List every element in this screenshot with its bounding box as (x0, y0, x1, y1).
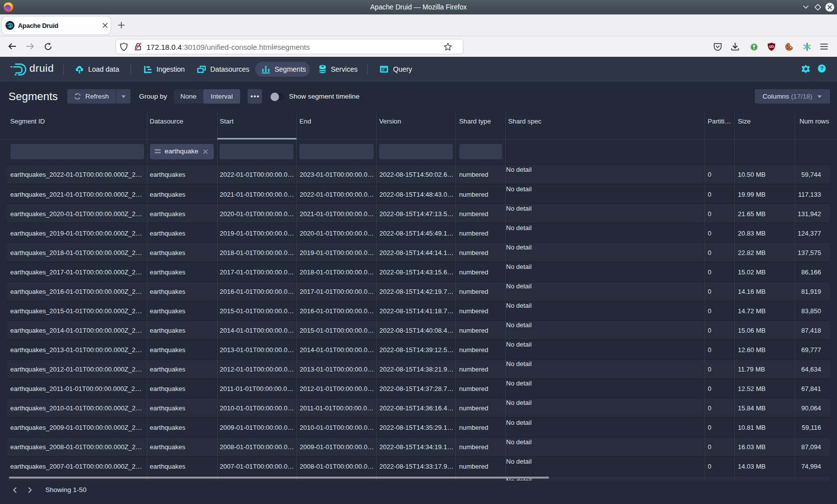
svg-text:?: ? (820, 65, 824, 71)
svg-text:UO: UO (769, 45, 774, 48)
